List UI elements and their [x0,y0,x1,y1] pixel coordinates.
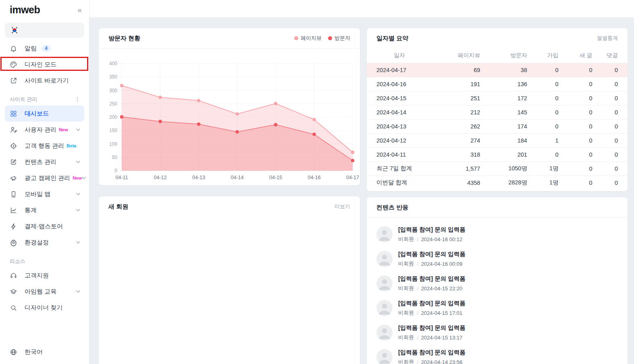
sidebar-collapse-button[interactable]: « [77,6,82,14]
smartphone-icon [10,190,17,198]
new-tag: New [73,176,82,180]
cell: 0 [592,161,628,176]
cell: 1,577 [432,161,480,176]
sidebar-item-settings[interactable]: 환경설정 [5,234,84,250]
chevron-down-icon [76,241,80,244]
cell: 0 [527,91,559,105]
legend-pageview: 페이지뷰 [294,35,322,42]
alerts-count-badge: 4 [42,45,51,52]
table-row[interactable]: 2024-04-11 318 201 0 0 0 [367,147,628,161]
megaphone-icon [10,174,17,182]
customer-behavior-label: 고객 행동 관리 [25,142,64,150]
sidebar-item-user-management[interactable]: 사용자 관리 New [5,122,84,138]
reaction-title: [입력폼 참여] 문의 입력폼 [398,226,466,234]
list-item[interactable]: [입력폼 참여] 문의 입력폼 비회원 / 2024-04-15 13:17 [376,324,618,341]
visitor-status-card: 방문자 현황 페이지뷰 방문자 050100150200250300350400… [99,28,360,185]
sidebar-item-alerts[interactable]: 알림 4 [5,40,84,56]
section-label: 사이트 관리 [10,96,37,103]
sidebar-item-site-shortcut[interactable]: 사이트 바로가기 [5,72,84,89]
payments-appstore-label: 결제·앱스토어 [25,223,63,230]
sidebar-item-statistics[interactable]: 통계 [5,202,84,218]
cell: 0 [592,133,628,147]
svg-text:04-15: 04-15 [269,175,282,180]
ad-campaign-label: 광고 캠페인 관리 [25,174,70,182]
table-row[interactable]: 2024-04-17 69 38 0 0 0 [367,63,628,77]
avatar [376,325,393,341]
chevron-down-icon [76,128,80,131]
cell: 0 [559,77,592,91]
sidebar-item-imweb-education[interactable]: 아임웹 교육 [5,283,84,300]
row-date: 2024-04-12 [367,133,432,147]
cell: 1명 [527,161,559,176]
svg-text:04-13: 04-13 [192,175,205,180]
dashboard-label: 대시보드 [25,110,49,118]
chevron-down-icon [82,177,86,180]
col-comments: 댓글 [592,48,628,63]
kebab-menu-icon[interactable] [75,97,80,102]
main-area: 방문자 현황 페이지뷰 방문자 050100150200250300350400… [89,0,634,364]
separator: / [417,310,418,316]
cell: 0 [592,77,628,91]
cell: 0 [559,119,592,133]
cell: 0 [592,105,628,119]
line-chart-icon [10,207,17,214]
imweb-education-label: 아임웹 교육 [25,288,56,296]
cell: 1050명 [480,161,527,176]
table-row[interactable]: 2024-04-15 251 172 0 0 0 [367,91,628,105]
col-new-posts: 새 글 [559,48,592,63]
svg-text:150: 150 [109,128,117,133]
list-item[interactable]: [입력폼 참여] 문의 입력폼 비회원 / 2024-04-15 17:01 [376,300,618,316]
sidebar: imweb « 알림 4 [0,0,89,364]
more-link[interactable]: 더보기 [335,203,350,210]
col-pageviews: 페이지뷰 [432,48,480,63]
table-row[interactable]: 2024-04-16 191 136 0 0 0 [367,77,628,91]
cell: 0 [592,91,628,105]
cell: 1명 [527,176,559,190]
search-icon [10,304,17,312]
list-item[interactable]: [입력폼 참여] 문의 입력폼 비회원 / 2024-04-15 22:20 [376,275,618,292]
monthly-stats-link[interactable]: 월별통계 [597,35,618,42]
svg-text:0: 0 [114,168,117,174]
sidebar-item-payments-appstore[interactable]: 결제·앱스토어 [5,218,84,234]
sidebar-item-mobile-app[interactable]: 모바일 앱 [5,186,84,202]
site-selector[interactable] [5,23,84,38]
cell: 0 [527,147,559,161]
reaction-title: [입력폼 참여] 문의 입력폼 [398,275,466,283]
svg-text:04-12: 04-12 [154,175,167,180]
cell: 145 [480,105,527,119]
sidebar-item-content-management[interactable]: 컨텐츠 관리 [5,154,84,170]
row-date: 2024-04-16 [367,77,432,91]
cell: 38 [480,63,527,77]
svg-text:04-17: 04-17 [346,175,359,180]
list-item[interactable]: [입력폼 참여] 문의 입력폼 비회원 / 2024-04-16 00:09 [376,250,618,267]
table-row[interactable]: 2024-04-14 212 145 0 0 0 [367,105,628,119]
cell: 0 [559,133,592,147]
statistics-label: 통계 [25,207,37,214]
table-row[interactable]: 2024-04-13 262 174 0 0 0 [367,119,628,133]
reaction-member: 비회원 [398,358,414,364]
reaction-member: 비회원 [398,309,414,316]
cell: 191 [432,77,480,91]
cell: 0 [527,119,559,133]
sidebar-item-customer-behavior[interactable]: 고객 행동 관리 Beta [5,138,84,154]
cell: 0 [592,63,628,77]
user-management-label: 사용자 관리 [25,126,56,134]
legend-visitor-label: 방문자 [335,35,350,42]
separator: / [417,359,418,364]
korea-flag-icon [10,25,19,35]
mobile-app-label: 모바일 앱 [25,190,50,198]
section-site-management: 사이트 관리 [5,94,84,105]
sidebar-item-dashboard[interactable]: 대시보드 [5,105,84,122]
new-tag: New [59,127,68,132]
table-row[interactable]: 2024-04-12 274 184 1 0 0 [367,133,628,147]
reaction-time: 2024-04-16 00:12 [421,236,463,242]
sidebar-item-customer-support[interactable]: 고객지원 [5,267,84,283]
svg-text:250: 250 [109,101,117,107]
sidebar-item-language[interactable]: 한국어 [5,344,84,360]
sidebar-item-ad-campaign[interactable]: 광고 캠페인 관리 New [5,170,84,186]
list-item[interactable]: [입력폼 참여] 문의 입력폼 비회원 / 2024-04-14 23:56 [376,349,618,364]
list-item[interactable]: [입력폼 참여] 문의 입력폼 비회원 / 2024-04-16 00:12 [376,226,618,243]
sidebar-item-find-designer[interactable]: 디자이너 찾기 [5,300,84,316]
sidebar-item-design-mode[interactable]: 디자인 모드 [5,56,84,72]
cell: 0 [592,147,628,161]
